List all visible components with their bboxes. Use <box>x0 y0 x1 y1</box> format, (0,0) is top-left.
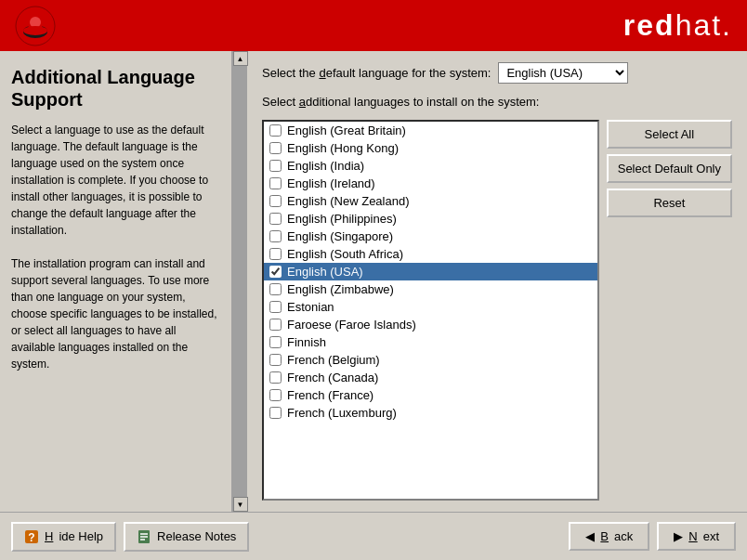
sidebar-para-2: The installation program can install and… <box>11 255 220 372</box>
footer: ? Hide Help Release Notes ◀ Back ▶ Next <box>0 512 747 560</box>
language-list-container: English (Great Britain)English (Hong Kon… <box>262 120 599 501</box>
list-item[interactable]: English (Hong Kong) <box>264 139 597 157</box>
sidebar-scrollbar[interactable]: ▲ ▼ <box>232 51 247 512</box>
scroll-down-arrow[interactable]: ▼ <box>233 497 248 512</box>
list-item[interactable]: French (Belgium) <box>264 351 597 369</box>
language-name: Faroese (Faroe Islands) <box>287 318 416 332</box>
scroll-up-arrow[interactable]: ▲ <box>233 51 248 66</box>
redhat-logo-icon <box>15 6 56 46</box>
release-notes-button[interactable]: Release Notes <box>124 522 249 552</box>
language-name: English (Singapore) <box>287 229 393 243</box>
language-name: English (Philippines) <box>287 212 397 226</box>
language-name: Estonian <box>287 300 334 314</box>
list-item[interactable]: French (France) <box>264 386 597 404</box>
list-item[interactable]: Estonian <box>264 298 597 316</box>
list-item[interactable]: English (Philippines) <box>264 210 597 228</box>
language-checkbox[interactable] <box>269 407 282 419</box>
sidebar-title: Additional Language Support <box>11 66 220 111</box>
notes-icon <box>137 529 151 544</box>
list-item[interactable]: English (Great Britain) <box>264 122 597 139</box>
language-checkbox[interactable] <box>269 389 282 401</box>
list-item[interactable]: English (India) <box>264 157 597 175</box>
language-checkbox[interactable] <box>269 195 282 207</box>
language-name: English (New Zealand) <box>287 194 410 208</box>
language-checkbox[interactable] <box>269 319 282 331</box>
language-checkbox[interactable] <box>269 124 282 137</box>
language-name: French (France) <box>287 388 374 402</box>
language-checkbox[interactable] <box>269 336 282 348</box>
language-list-area: English (Great Britain)English (Hong Kon… <box>262 120 732 501</box>
list-item[interactable]: English (Zimbabwe) <box>264 280 597 298</box>
svg-text:?: ? <box>28 531 34 544</box>
language-name: French (Belgium) <box>287 353 380 367</box>
footer-right: ◀ Back ▶ Next <box>569 522 736 551</box>
default-language-row: Select the default language for the syst… <box>262 62 732 84</box>
language-name: English (Zimbabwe) <box>287 282 394 296</box>
list-item[interactable]: English (Singapore) <box>264 228 597 245</box>
language-list[interactable]: English (Great Britain)English (Hong Kon… <box>264 122 597 499</box>
header: redhat. <box>0 0 747 51</box>
language-name: French (Luxemburg) <box>287 406 397 420</box>
brand-text: redhat. <box>623 8 732 43</box>
language-checkbox[interactable] <box>269 177 282 189</box>
help-icon: ? <box>24 529 39 544</box>
language-name: English (South Africa) <box>287 247 403 261</box>
back-icon: ◀ <box>585 529 595 543</box>
reset-button[interactable]: Reset <box>607 189 732 217</box>
default-language-select[interactable]: English (USA) <box>498 62 628 84</box>
list-item[interactable]: French (Luxemburg) <box>264 404 597 422</box>
language-checkbox[interactable] <box>269 283 282 295</box>
language-checkbox[interactable] <box>269 160 282 172</box>
additional-language-label: Select additional languages to install o… <box>262 95 732 109</box>
language-checkbox[interactable] <box>269 301 282 313</box>
header-logo <box>15 6 56 46</box>
list-item[interactable]: English (New Zealand) <box>264 192 597 210</box>
default-language-label: Select the default language for the syst… <box>262 66 491 80</box>
language-name: English (Great Britain) <box>287 124 406 137</box>
language-name: English (India) <box>287 159 364 173</box>
select-all-button[interactable]: Select All <box>607 120 732 149</box>
next-icon: ▶ <box>674 529 683 543</box>
sidebar-para-1: Select a language to use as the default … <box>11 122 220 239</box>
list-item[interactable]: English (South Africa) <box>264 245 597 263</box>
language-name: English (Ireland) <box>287 176 375 190</box>
content-area: Select the default language for the syst… <box>247 51 747 512</box>
language-checkbox[interactable] <box>269 248 282 260</box>
language-checkbox[interactable] <box>269 371 282 384</box>
hide-help-button[interactable]: ? Hide Help <box>11 522 116 552</box>
language-name: Finnish <box>287 335 326 349</box>
brand-hat: hat. <box>675 8 732 42</box>
language-name: French (Canada) <box>287 371 378 384</box>
language-name: English (Hong Kong) <box>287 141 399 155</box>
list-item[interactable]: Faroese (Faroe Islands) <box>264 316 597 333</box>
language-name: English (USA) <box>287 265 363 279</box>
svg-point-4 <box>23 26 47 35</box>
select-default-only-button[interactable]: Select Default Only <box>607 154 732 183</box>
sidebar-description: Select a language to use as the default … <box>11 122 220 372</box>
brand-red: red <box>623 8 675 42</box>
language-checkbox[interactable] <box>269 230 282 242</box>
back-button[interactable]: ◀ Back <box>569 522 649 551</box>
list-item[interactable]: French (Canada) <box>264 369 597 386</box>
language-checkbox[interactable] <box>269 266 282 278</box>
next-button[interactable]: ▶ Next <box>657 522 736 551</box>
list-item[interactable]: English (Ireland) <box>264 175 597 192</box>
language-checkbox[interactable] <box>269 142 282 154</box>
main-container: Additional Language Support Select a lan… <box>0 51 747 512</box>
list-item[interactable]: English (USA) <box>264 263 597 280</box>
list-item[interactable]: Finnish <box>264 333 597 351</box>
sidebar: Additional Language Support Select a lan… <box>0 51 232 512</box>
language-checkbox[interactable] <box>269 354 282 366</box>
scroll-track[interactable] <box>233 66 247 497</box>
side-buttons: Select All Select Default Only Reset <box>607 120 732 501</box>
language-checkbox[interactable] <box>269 213 282 225</box>
release-notes-label: Release Notes <box>157 529 236 543</box>
footer-left: ? Hide Help Release Notes <box>11 522 249 552</box>
